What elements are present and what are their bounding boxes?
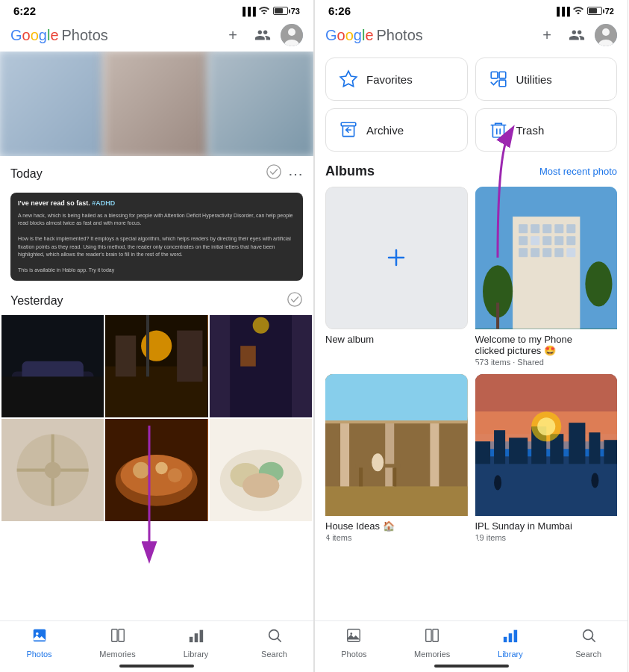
svg-rect-16	[177, 330, 202, 382]
ipl-thumb	[475, 374, 618, 517]
home-indicator-right	[434, 665, 509, 668]
status-icons-right: ▐▐▐ 72	[554, 5, 614, 16]
share-button-right[interactable]	[565, 23, 589, 47]
photo-cell-2[interactable]	[102, 52, 211, 156]
svg-rect-99	[509, 438, 528, 464]
svg-point-32	[156, 462, 168, 474]
avatar-right[interactable]	[595, 24, 617, 46]
photo-cell-1[interactable]	[0, 52, 106, 156]
photo-thumb-food1[interactable]	[105, 419, 207, 521]
nav-search-right[interactable]: Search	[549, 627, 628, 659]
nav-photos-left[interactable]: Photos	[0, 627, 78, 659]
welcome-album-name: Welcome to my Phoneclicked pictures 🤩	[475, 334, 618, 356]
albums-section: Albums Most recent photo New album	[315, 158, 628, 545]
photo-cell-3[interactable]	[207, 52, 313, 156]
svg-rect-112	[426, 629, 431, 642]
archive-card[interactable]: Archive	[325, 108, 468, 152]
photo-thumb-street[interactable]	[105, 315, 207, 417]
photo-thumb-car[interactable]	[1, 315, 104, 417]
welcome-album-card[interactable]: Welcome to my Phoneclicked pictures 🤩 57…	[475, 187, 618, 367]
svg-rect-72	[519, 248, 528, 257]
nav-library-right[interactable]: Library	[472, 627, 550, 659]
svg-rect-89	[392, 467, 396, 486]
nav-memories-label-right: Memories	[414, 650, 450, 659]
battery-icon-right	[587, 7, 602, 15]
today-label: Today	[10, 167, 260, 181]
favorites-label: Favorites	[366, 73, 413, 86]
utility-grid: Favorites Utilities Archive	[315, 52, 628, 158]
memories-nav-icon	[110, 627, 126, 647]
star-icon	[338, 69, 359, 90]
text-post-title: I've never read so fast. #ADHD	[18, 199, 295, 209]
share-button-left[interactable]	[251, 23, 275, 47]
svg-rect-41	[111, 629, 116, 642]
archive-label: Archive	[366, 124, 404, 137]
svg-rect-75	[554, 248, 563, 257]
more-dots-icon[interactable]: ⋯	[288, 165, 303, 183]
check-circle-icon-2[interactable]	[287, 291, 303, 311]
svg-rect-63	[531, 224, 539, 233]
nav-memories-left[interactable]: Memories	[78, 627, 157, 659]
svg-rect-53	[499, 72, 506, 78]
house-ideas-card[interactable]: House Ideas 🏠 4 items	[325, 374, 468, 543]
photo-thumb-food2[interactable]	[210, 419, 312, 521]
new-album-name: New album	[325, 334, 468, 345]
memories-nav-icon-right	[424, 627, 440, 647]
svg-point-106	[537, 417, 555, 435]
check-circle-icon[interactable]	[266, 164, 282, 184]
svg-rect-73	[531, 248, 539, 257]
battery-label-left: 73	[291, 7, 300, 16]
nav-photos-right[interactable]: Photos	[315, 627, 393, 659]
svg-rect-69	[542, 236, 551, 245]
svg-point-13	[141, 330, 172, 361]
signal-icon: ▐▐▐	[240, 7, 254, 16]
nav-search-label-left: Search	[261, 650, 287, 659]
svg-line-118	[592, 638, 595, 641]
photo-thumb-fan[interactable]	[1, 419, 104, 521]
nav-search-left[interactable]: Search	[235, 627, 313, 659]
library-nav-icon	[188, 627, 204, 647]
svg-rect-64	[542, 224, 551, 233]
svg-rect-20	[292, 315, 312, 417]
trash-label: Trash	[516, 124, 545, 137]
most-recent-link[interactable]: Most recent photo	[539, 166, 617, 177]
welcome-album-count: 573 items · Shared	[475, 358, 618, 367]
ipl-card[interactable]: IPL Sunday in Mumbai 19 items	[475, 374, 618, 543]
nav-memories-label-left: Memories	[99, 650, 135, 659]
svg-rect-88	[359, 467, 363, 486]
svg-point-79	[585, 261, 612, 306]
svg-rect-103	[589, 432, 600, 464]
albums-grid: New album	[325, 187, 617, 542]
svg-rect-45	[199, 630, 203, 643]
add-button-right[interactable]: +	[535, 23, 559, 47]
nav-memories-right[interactable]: Memories	[393, 627, 472, 659]
wifi-icon	[258, 5, 270, 16]
svg-point-3	[267, 165, 281, 178]
svg-rect-54	[499, 80, 506, 87]
status-bar-right: 6:26 ▐▐▐ 72	[315, 0, 628, 19]
utilities-card[interactable]: Utilities	[475, 57, 618, 101]
welcome-album-thumb	[475, 187, 618, 329]
svg-rect-102	[569, 423, 585, 464]
nav-search-label-right: Search	[575, 650, 601, 659]
yesterday-header: Yesterday	[0, 285, 313, 314]
text-post-body: A new hack, which is being hailed as a b…	[18, 212, 295, 275]
svg-rect-55	[341, 122, 356, 125]
svg-rect-70	[554, 236, 563, 245]
status-icons-left: ▐▐▐ 73	[240, 5, 300, 16]
nav-library-label-left: Library	[184, 650, 209, 659]
favorites-card[interactable]: Favorites	[325, 57, 468, 101]
nav-library-left[interactable]: Library	[157, 627, 235, 659]
add-button-left[interactable]: +	[221, 23, 245, 47]
svg-point-90	[372, 453, 384, 471]
nav-library-label-right: Library	[498, 650, 523, 659]
svg-point-108	[591, 473, 598, 488]
trash-card[interactable]: Trash	[475, 108, 618, 152]
house-ideas-name: House Ideas 🏠	[325, 520, 468, 532]
photo-thumb-alley[interactable]	[210, 315, 312, 417]
avatar-left[interactable]	[281, 24, 303, 46]
text-post[interactable]: I've never read so fast. #ADHD A new hac…	[10, 193, 303, 281]
logo-right: Google Photos	[325, 27, 529, 44]
logo-left: Google Photos	[10, 27, 215, 44]
new-album-card[interactable]: New album	[325, 187, 468, 367]
